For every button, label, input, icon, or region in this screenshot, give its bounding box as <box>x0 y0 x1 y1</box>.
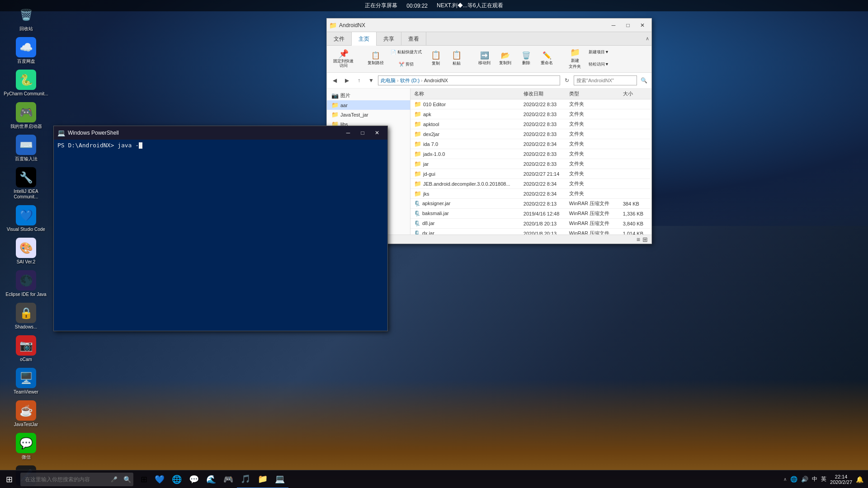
table-row[interactable]: 📁dex2jar 2020/2/22 8:33 文件夹 <box>410 129 651 139</box>
powershell-titlebar[interactable]: 💻 Windows PowerShell ─ □ ✕ <box>54 126 387 140</box>
tray-show-hidden-button[interactable]: ∧ <box>783 477 787 482</box>
search-input[interactable] <box>574 75 637 85</box>
breadcrumb-drive[interactable]: 软件 (D:) <box>400 77 420 84</box>
paste-shortcut-button[interactable]: 📄 粘贴快捷方式 <box>387 47 425 58</box>
archive-icon: 🗜️ <box>414 211 420 216</box>
table-row[interactable]: 🗜️d8.jar 2020/1/8 20:13 WinRAR 压缩文件 3,84… <box>410 219 651 229</box>
forward-button[interactable]: ▶ <box>341 75 352 85</box>
paste-button[interactable]: 📋 粘贴 <box>446 47 467 70</box>
desktop-icon-teamviewer[interactable]: 🖥️ TeamViewer <box>2 366 50 397</box>
powershell-minimize-button[interactable]: ─ <box>341 127 355 139</box>
javatest-folder-icon: 📁 <box>331 111 339 118</box>
table-row[interactable]: 🗜️baksmali.jar 2019/4/16 12:48 WinRAR 压缩… <box>410 209 651 219</box>
taskbar-chrome[interactable]: 🌐 <box>168 470 185 488</box>
taskbar-visual-studio[interactable]: 💙 <box>151 470 168 488</box>
tray-language[interactable]: 英 <box>821 475 826 483</box>
tray-sound-icon[interactable]: 🔊 <box>801 476 808 483</box>
tree-item-javatest[interactable]: 📁 JavaTest_jar <box>327 110 410 119</box>
table-row[interactable]: 📁010 Editor 2020/2/22 8:33 文件夹 <box>410 99 651 109</box>
explorer-titlebar[interactable]: 📁 AndroidNX ─ □ ✕ <box>327 19 651 32</box>
desktop-icon-pycharm[interactable]: 🐍 PyCharm Communit... <box>2 67 50 99</box>
table-row[interactable]: 📁jadx-1.0.0 2020/2/22 8:33 文件夹 <box>410 149 651 159</box>
file-date: 2020/2/27 21:14 <box>520 169 566 179</box>
powershell-close-button[interactable]: ✕ <box>370 127 384 139</box>
address-bar[interactable]: 此电脑 › 软件 (D:) › AndroidNX <box>378 75 560 85</box>
desktop-icon-sai[interactable]: 🎨 SAI Ver.2 <box>2 235 50 267</box>
copy-to-button[interactable]: 📂 复制到 <box>495 47 515 70</box>
column-size[interactable]: 大小 <box>619 89 651 99</box>
rename-button[interactable]: ✏️ 重命名 <box>537 47 557 70</box>
delete-button[interactable]: 🗑️ 删除 <box>516 47 536 70</box>
view-tiles-button[interactable]: ⊞ <box>642 236 648 243</box>
pin-to-quick-access-button[interactable]: 📌 固定到快速访问 <box>330 47 357 70</box>
column-type[interactable]: 类型 <box>566 89 619 99</box>
explorer-close-button[interactable]: ✕ <box>636 19 649 31</box>
copy-to-label: 复制到 <box>499 60 511 66</box>
table-row[interactable]: 📁jd-gui 2020/2/27 21:14 文件夹 <box>410 169 651 179</box>
desktop-icon-shadowsocks[interactable]: 🔒 Shadows... <box>2 300 50 332</box>
taskbar-powershell[interactable]: 💻 <box>271 470 288 488</box>
taskbar-wechat[interactable]: 💬 <box>185 470 203 488</box>
desktop-icon-vscode[interactable]: 💙 Visual Studio Code <box>2 203 50 235</box>
column-date[interactable]: 修改日期 <box>520 89 566 99</box>
desktop-icon-baidu-netdisk[interactable]: ☁️ 百度网盘 <box>2 35 50 66</box>
explorer-tab-file[interactable]: 文件 <box>327 32 352 46</box>
explorer-tab-main[interactable]: 主页 <box>352 32 377 46</box>
taskbar-explorer[interactable]: 📁 <box>254 470 271 488</box>
tray-notifications-button[interactable]: 🔔 <box>856 476 863 483</box>
taskbar-clock[interactable]: 22:14 2020/2/27 <box>830 474 852 485</box>
desktop-icon-javatest[interactable]: ☕ JavaTestJar <box>2 398 50 430</box>
start-button[interactable]: ⊞ <box>0 470 18 488</box>
powershell-content[interactable]: PS D:\AndroidNX> java - <box>54 140 387 331</box>
ribbon-expand-button[interactable]: ∧ <box>646 36 649 42</box>
copy-button[interactable]: 📋 复制 <box>425 47 446 70</box>
taskbar: ⊞ 🔍 🎤 ⊞ 💙 🌐 💬 🌊 🎮 <box>0 470 868 488</box>
desktop-icon-eclipse[interactable]: 🌑 Eclipse IDE for Java <box>2 268 50 300</box>
desktop-icon-wechat[interactable]: 💬 微信 <box>2 431 50 462</box>
copy-path-label: 复制路径 <box>368 60 384 66</box>
explorer-tab-view[interactable]: 查看 <box>401 32 426 46</box>
easy-access-button[interactable]: 轻松访问▼ <box>585 59 612 70</box>
column-name[interactable]: 名称 <box>410 89 520 99</box>
taskbar-media[interactable]: 🎵 <box>237 470 254 488</box>
archive-icon: 🗜️ <box>414 221 420 226</box>
table-row[interactable]: 📁JEB.android.decompiler.3.0.0.201808... … <box>410 179 651 189</box>
taskbar-edge[interactable]: 🌊 <box>203 470 220 488</box>
powershell-prompt: PS D:\AndroidNX> java - <box>57 142 139 149</box>
search-button[interactable]: 🔍 <box>638 75 649 85</box>
tree-item-aar[interactable]: 📁 aar <box>327 100 410 110</box>
explorer-maximize-button[interactable]: □ <box>621 19 635 31</box>
tree-item-pictures[interactable]: 📷 图片 <box>327 91 410 100</box>
powershell-maximize-button[interactable]: □ <box>356 127 369 139</box>
table-row[interactable]: 🗜️dx.jar 2020/1/8 20:13 WinRAR 压缩文件 1,01… <box>410 229 651 235</box>
table-row[interactable]: 📁ida 7.0 2020/2/22 8:34 文件夹 <box>410 139 651 149</box>
folder-icon: 📁 <box>414 101 421 108</box>
breadcrumb-current[interactable]: AndroidNX <box>424 78 448 83</box>
up-button[interactable]: ↑ <box>354 75 364 85</box>
cut-button[interactable]: ✂️ 剪切 <box>387 59 425 70</box>
new-item-button[interactable]: 新建项目▼ <box>585 47 612 58</box>
taskbar-game[interactable]: 🎮 <box>220 470 237 488</box>
table-row[interactable]: 📁apk 2020/2/22 8:33 文件夹 <box>410 109 651 119</box>
view-details-button[interactable]: ≡ <box>637 236 640 243</box>
table-row[interactable]: 🗜️apksigner.jar 2020/2/22 8:13 WinRAR 压缩… <box>410 199 651 209</box>
desktop-icon-intellij[interactable]: 🔧 IntelliJ IDEA Communit... <box>2 165 50 202</box>
table-row[interactable]: 📁jar 2020/2/22 8:33 文件夹 <box>410 159 651 169</box>
table-row[interactable]: 📁jks 2020/2/22 8:34 文件夹 <box>410 189 651 199</box>
refresh-button[interactable]: ↻ <box>561 75 572 85</box>
desktop-icon-ocam[interactable]: 📷 oCam <box>2 333 50 365</box>
move-to-button[interactable]: ➡️ 移动到 <box>474 47 495 70</box>
breadcrumb-computer[interactable]: 此电脑 <box>381 77 396 84</box>
microphone-icon[interactable]: 🎤 <box>111 476 118 483</box>
desktop-icon-baidu-input[interactable]: ⌨️ 百度输入法 <box>2 132 50 164</box>
back-button[interactable]: ◀ <box>329 75 340 85</box>
task-view-button[interactable]: ⊞ <box>137 470 151 488</box>
new-folder-button[interactable]: 📁 新建文件夹 <box>565 47 585 70</box>
desktop-icon-my-world[interactable]: 🎮 我的世界启动器 <box>2 100 50 131</box>
explorer-minimize-button[interactable]: ─ <box>607 19 620 31</box>
copy-path-button[interactable]: 📋 复制路径 <box>364 47 387 70</box>
tray-input-method[interactable]: 中 <box>812 475 817 483</box>
recent-locations-button[interactable]: ▼ <box>366 75 377 85</box>
table-row[interactable]: 📁apktool 2020/2/22 8:33 文件夹 <box>410 119 651 129</box>
explorer-tab-share[interactable]: 共享 <box>377 32 401 46</box>
